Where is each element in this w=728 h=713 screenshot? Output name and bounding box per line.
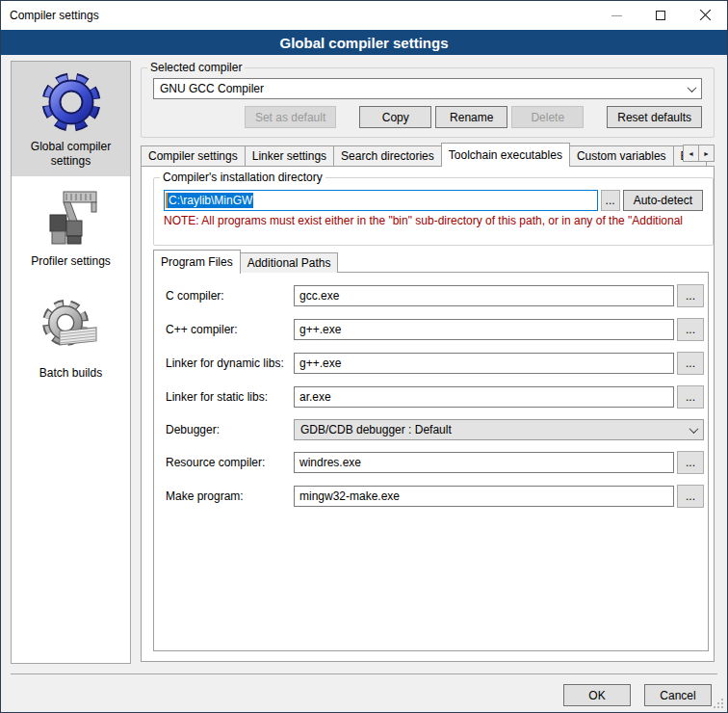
make-program-input[interactable] — [294, 486, 674, 507]
sidebar-item-global-compiler-settings[interactable]: Global compiler settings — [12, 62, 130, 176]
maximize-button[interactable] — [638, 1, 683, 30]
sidebar-item-label: Global compiler settings — [15, 140, 126, 169]
field-row-c-compiler: C++ compiler:... — [166, 318, 704, 341]
cancel-button[interactable]: Cancel — [644, 684, 712, 706]
auto-detect-button[interactable]: Auto-detect — [623, 190, 703, 211]
resize-grip[interactable] — [714, 699, 723, 708]
field-row-linker-for-static-libs: Linker for static libs:... — [166, 385, 704, 409]
field-label-debugger: Debugger: — [166, 423, 294, 436]
debugger-select[interactable]: GDB/CDB debugger : Default — [294, 419, 704, 440]
field-label-linker-for-static-libs: Linker for static libs: — [166, 390, 294, 404]
sidebar-item-profiler-settings[interactable]: Profiler settings — [12, 176, 130, 288]
sidebar-item-label: Batch builds — [39, 366, 102, 381]
linker-for-static-libs-input[interactable] — [294, 386, 674, 408]
minimize-icon — [611, 15, 622, 16]
delete-button[interactable]: Delete — [511, 106, 584, 128]
field-row-debugger: Debugger:GDB/CDB debugger : Default — [166, 419, 704, 440]
sidebar: Global compiler settingsProfiler setting… — [11, 61, 131, 664]
tab-scroll-left-button[interactable]: ◄ — [683, 145, 699, 162]
window-title: Compiler settings — [1, 9, 594, 22]
linker-for-dynamic-libs-input[interactable] — [294, 353, 674, 374]
set-as-default-button[interactable]: Set as default — [245, 106, 336, 128]
tab-search-directories[interactable]: Search directories — [333, 145, 442, 166]
select-value: GDB/CDB debugger : Default — [300, 423, 687, 436]
c-compiler-browse-button[interactable]: ... — [677, 318, 704, 341]
footer-divider — [11, 673, 717, 674]
compiler-settings-window: Compiler settings Global compiler settin… — [0, 0, 728, 713]
c-compiler-browse-button[interactable]: ... — [677, 284, 704, 307]
copy-button[interactable]: Copy — [359, 106, 431, 128]
install-dir-input[interactable]: C:\raylib\MinGW — [164, 190, 598, 211]
install-dir-selected-text: C:\raylib\MinGW — [168, 193, 253, 208]
bin-subdirectory-note: NOTE: All programs must exist either in … — [164, 214, 703, 227]
tab-custom-variables[interactable]: Custom variables — [569, 145, 674, 166]
tab-compiler-settings[interactable]: Compiler settings — [141, 145, 246, 166]
field-label-make-program: Make program: — [166, 489, 294, 503]
tab-toolchain-executables[interactable]: Toolchain executables — [441, 143, 570, 167]
tab-scroll-right-button[interactable]: ► — [698, 145, 715, 162]
reset-defaults-button[interactable]: Reset defaults — [607, 106, 702, 128]
selected-compiler-group-label: Selected compiler — [147, 61, 245, 74]
linker-for-dynamic-libs-browse-button[interactable]: ... — [677, 352, 704, 375]
close-button[interactable] — [683, 1, 727, 30]
subtab-additional-paths[interactable]: Additional Paths — [240, 252, 339, 273]
field-label-resource-compiler: Resource compiler: — [166, 456, 294, 469]
dialog-header: Global compiler settings — [1, 30, 727, 55]
linker-for-static-libs-browse-button[interactable]: ... — [677, 385, 704, 409]
compiler-actions: Set as defaultCopyRenameDeleteReset defa… — [142, 106, 702, 128]
selected-compiler-group: Selected compiler GNU GCC Compiler Set a… — [141, 61, 715, 138]
caliper-icon — [40, 186, 102, 248]
field-row-make-program: Make program:... — [166, 485, 704, 508]
installation-directory-group: Compiler's installation directory C:\ray… — [153, 171, 714, 246]
settings-tabstrip: Compiler settingsLinker settingsSearch d… — [141, 142, 715, 166]
close-icon — [699, 10, 711, 21]
ok-button[interactable]: OK — [563, 684, 631, 706]
toolchain-executables-page: Compiler's installation directory C:\ray… — [141, 166, 715, 662]
grey-gear-stack-icon — [40, 298, 102, 359]
field-label-c-compiler: C++ compiler: — [166, 323, 294, 336]
field-row-c-compiler: C compiler:... — [166, 284, 704, 307]
titlebar: Compiler settings — [1, 1, 727, 30]
selected-compiler-combobox[interactable]: GNU GCC Compiler — [153, 78, 702, 99]
installation-directory-group-label: Compiler's installation directory — [160, 171, 325, 184]
installation-directory-row: C:\raylib\MinGW ... Auto-detect — [164, 190, 703, 211]
resource-compiler-input[interactable] — [294, 452, 674, 473]
window-controls — [594, 1, 727, 30]
sidebar-item-label: Profiler settings — [31, 254, 111, 269]
program-files-panel: C compiler:...C++ compiler:...Linker for… — [153, 272, 709, 651]
field-row-linker-for-dynamic-libs: Linker for dynamic libs:... — [166, 352, 704, 375]
subtab-program-files[interactable]: Program Files — [153, 250, 241, 274]
footer: OK Cancel — [563, 684, 712, 706]
c-compiler-input[interactable] — [294, 285, 674, 306]
make-program-browse-button[interactable]: ... — [677, 485, 704, 508]
paths-subtabstrip: Program FilesAdditional Paths — [153, 250, 337, 273]
field-row-resource-compiler: Resource compiler:... — [166, 451, 704, 474]
c-compiler-input[interactable] — [294, 319, 674, 340]
field-label-linker-for-dynamic-libs: Linker for dynamic libs: — [166, 356, 294, 370]
install-dir-browse-button[interactable]: ... — [601, 190, 620, 211]
selected-compiler-value: GNU GCC Compiler — [160, 82, 685, 95]
tab-linker-settings[interactable]: Linker settings — [245, 145, 334, 166]
rename-button[interactable]: Rename — [435, 106, 507, 128]
sidebar-item-batch-builds[interactable]: Batch builds — [12, 288, 130, 400]
tab-scroll-buttons: ◄► — [684, 145, 715, 162]
maximize-icon — [656, 11, 665, 20]
resource-compiler-browse-button[interactable]: ... — [677, 451, 704, 474]
minimize-button[interactable] — [594, 1, 638, 30]
field-label-c-compiler: C compiler: — [166, 289, 294, 303]
chevron-down-icon — [689, 424, 699, 434]
chevron-down-icon — [688, 83, 697, 92]
blue-gear-icon — [40, 71, 102, 133]
